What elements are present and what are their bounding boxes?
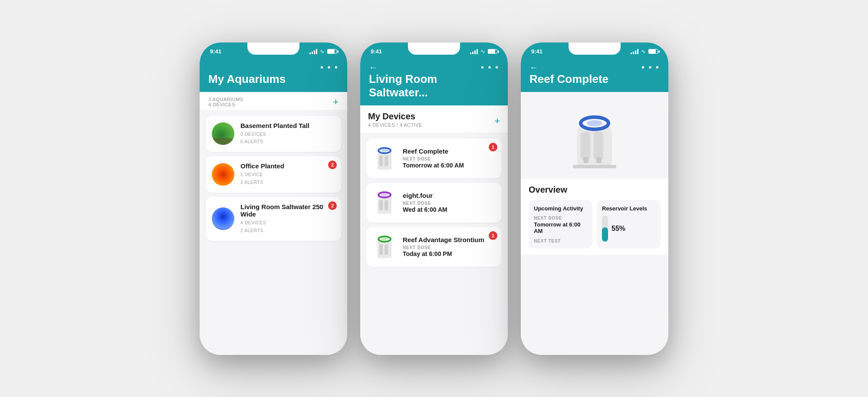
signal-icon <box>309 49 317 54</box>
status-icons-2: ∿ <box>470 48 497 55</box>
upcoming-next-test-label: NEXT TEST <box>534 239 587 243</box>
device-card-reef-complete[interactable]: Reef Complete NEXT DOSE Tomorrow at 6:00… <box>366 138 502 178</box>
svg-point-9 <box>381 194 388 196</box>
aquarium-thumb-office <box>212 163 234 186</box>
wifi-icon-2: ∿ <box>480 48 485 55</box>
battery-icon-3 <box>648 49 658 54</box>
next-dose-value-2: Today at 6:00 PM <box>403 250 496 257</box>
status-time-2: 9:41 <box>371 48 382 55</box>
aquarium-card-living[interactable]: Living Room Saltwater 250 Wide 4 DEVICES… <box>206 197 341 241</box>
screen-title-2: Living Room Saltwater... <box>369 72 499 99</box>
overview-title: Overview <box>529 185 661 195</box>
device-image-reef-complete <box>372 144 397 172</box>
aquarium-devices-office: 1 DEVICE <box>240 171 335 179</box>
status-bar-3: 9:41 ∿ <box>521 43 668 58</box>
svg-rect-21 <box>596 157 602 163</box>
aquarium-info-living: Living Room Saltwater 250 Wide 4 DEVICES… <box>240 203 335 235</box>
screen-title-1: My Aquariums <box>208 72 339 86</box>
aquarium-devices-living: 4 DEVICES <box>240 219 335 227</box>
add-device-button[interactable]: + <box>494 115 500 127</box>
header-1: • • • My Aquariums <box>200 58 347 92</box>
svg-rect-11 <box>379 244 383 255</box>
svg-rect-16 <box>581 132 590 160</box>
status-time-1: 9:41 <box>210 48 221 55</box>
device-info-reef-complete: Reef Complete NEXT DOSE Tomorrow at 6:00… <box>403 148 496 169</box>
overview-section: Overview Upcoming Activity NEXT DOSE Tom… <box>521 179 668 255</box>
aquarium-name-living: Living Room Saltwater 250 Wide <box>240 203 335 218</box>
battery-icon <box>327 49 337 54</box>
svg-point-19 <box>587 120 602 126</box>
reservoir-bar-container: 55% <box>602 216 655 242</box>
svg-rect-7 <box>385 200 388 210</box>
header-2: ← • • • Living Room Saltwater... <box>360 58 508 105</box>
devices-section-subtitle: 4 DEVICES / 4 ACTIVE <box>368 122 422 128</box>
aquarium-card-office[interactable]: Office Planted 1 DEVICE 2 ALERTS 2 <box>206 156 341 193</box>
back-button-2[interactable]: ← <box>369 62 378 72</box>
devices-section-title: My Devices <box>368 112 422 121</box>
status-bar-1: 9:41 ∿ <box>200 43 347 58</box>
header-3: ← • • • Reef Complete <box>521 58 668 92</box>
device-name-strontium: Reef Advantage Strontium <box>403 236 496 243</box>
device-name-eightfour: eight.four <box>403 192 496 199</box>
more-menu-button-2[interactable]: • • • <box>481 62 499 72</box>
devices-list: Reef Complete NEXT DOSE Tomorrow at 6:00… <box>360 133 508 272</box>
reservoir-fill <box>602 227 608 242</box>
back-button-3[interactable]: ← <box>529 62 538 72</box>
svg-rect-1 <box>379 156 383 166</box>
svg-point-14 <box>381 238 388 240</box>
aquarium-devices-basement: 0 DEVICES <box>240 131 335 138</box>
aquarium-alerts-basement: 0 ALERTS <box>240 138 335 146</box>
device-name-reef-complete: Reef Complete <box>403 148 496 155</box>
upcoming-activity-card[interactable]: Upcoming Activity NEXT DOSE Tomorrow at … <box>529 200 592 249</box>
svg-rect-20 <box>583 157 589 163</box>
stat-devices: 4 DEVICES <box>208 102 243 107</box>
wifi-icon-3: ∿ <box>641 48 646 55</box>
signal-icon-3 <box>631 49 638 54</box>
device-badge-reef-complete: 1 <box>489 143 497 151</box>
svg-rect-12 <box>385 244 388 255</box>
device-card-strontium[interactable]: Reef Advantage Strontium NEXT DOSE Today… <box>366 227 502 267</box>
device-info-strontium: Reef Advantage Strontium NEXT DOSE Today… <box>403 236 496 257</box>
svg-rect-17 <box>594 132 603 160</box>
device-image-eightfour <box>372 189 397 217</box>
svg-rect-22 <box>573 165 616 168</box>
reservoir-levels-card[interactable]: Reservoir Levels 55% <box>597 200 661 249</box>
phone-devices: 9:41 ∿ <box>360 43 508 355</box>
reservoir-bar <box>602 216 608 242</box>
reservoir-percent: 55% <box>612 225 625 233</box>
status-icons-1: ∿ <box>309 48 337 55</box>
upcoming-activity-title: Upcoming Activity <box>534 205 587 213</box>
alert-badge-office: 2 <box>328 161 337 169</box>
reef-complete-hero-svg <box>560 101 629 170</box>
status-time-3: 9:41 <box>531 48 542 55</box>
device-hero-image <box>521 92 668 179</box>
device-info-eightfour: eight.four NEXT DOSE Wed at 6:00 AM <box>403 192 496 213</box>
status-icons-3: ∿ <box>631 48 658 55</box>
aquarium-name-basement: Basement Planted Tall <box>240 122 335 129</box>
next-dose-label-2: NEXT DOSE <box>403 245 496 250</box>
signal-icon-2 <box>470 49 478 54</box>
aquarium-thumb-living <box>212 207 234 230</box>
wifi-icon: ∿ <box>320 48 325 55</box>
aquarium-info-basement: Basement Planted Tall 0 DEVICES 0 ALERTS <box>240 122 335 146</box>
aquarium-card-basement[interactable]: Basement Planted Tall 0 DEVICES 0 ALERTS <box>206 116 341 152</box>
aquariums-stats: 3 AQUARIUMS 4 DEVICES + <box>200 92 347 111</box>
next-dose-value-0: Tomorrow at 6:00 AM <box>403 162 496 169</box>
phone-aquariums: 9:41 ∿ <box>200 43 347 355</box>
alert-badge-living: 2 <box>328 201 337 210</box>
overview-cards: Upcoming Activity NEXT DOSE Tomorrow at … <box>529 200 661 249</box>
upcoming-next-dose-label: NEXT DOSE <box>534 216 587 220</box>
aquarium-thumb-basement <box>212 122 234 145</box>
upcoming-next-dose-value: Tomorrow at 6:00 AM <box>534 221 587 234</box>
device-card-eightfour[interactable]: eight.four NEXT DOSE Wed at 6:00 AM <box>366 183 502 223</box>
aquarium-alerts-office: 2 ALERTS <box>240 179 335 187</box>
more-menu-button-3[interactable]: • • • <box>641 62 660 72</box>
screen-title-3: Reef Complete <box>529 72 660 86</box>
next-dose-label-1: NEXT DOSE <box>403 201 496 206</box>
svg-point-4 <box>381 149 388 152</box>
add-aquarium-button[interactable]: + <box>333 96 339 108</box>
more-menu-button-1[interactable]: • • • <box>320 62 339 72</box>
aquarium-alerts-living: 2 ALERTS <box>240 227 335 235</box>
next-dose-label-0: NEXT DOSE <box>403 157 496 161</box>
svg-rect-6 <box>379 200 383 210</box>
